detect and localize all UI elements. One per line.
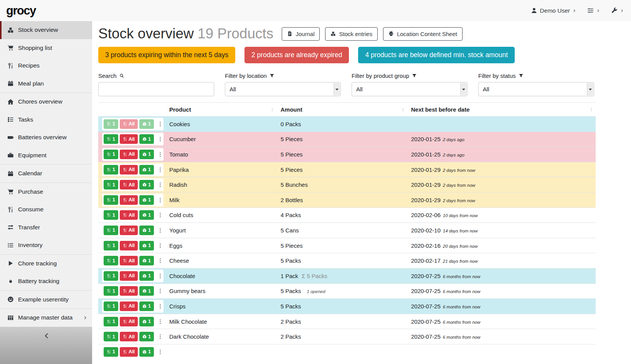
open-one-button[interactable]: 1	[139, 165, 154, 175]
column-next-best-before-date[interactable]: Next best before date	[407, 103, 596, 117]
row-menu-button[interactable]	[156, 182, 164, 188]
status-select[interactable]: All	[478, 82, 594, 96]
sidebar-item-batteries-overview[interactable]: Batteries overview	[0, 128, 92, 147]
sidebar-item-meal-plan[interactable]: Meal plan	[0, 75, 92, 93]
consume-one-button[interactable]: 1	[104, 286, 118, 296]
sidebar-item-recipes[interactable]: Recipes	[0, 57, 92, 75]
row-menu-button[interactable]	[156, 319, 164, 324]
row-menu-button[interactable]	[156, 243, 164, 249]
open-one-button[interactable]: 1	[139, 210, 154, 220]
consume-one-button[interactable]: 1	[104, 210, 118, 220]
column-amount[interactable]: Amount	[277, 103, 407, 117]
row-menu-button[interactable]	[156, 212, 164, 218]
journal-button[interactable]: Journal	[282, 27, 320, 41]
open-one-button[interactable]: 1	[139, 134, 154, 144]
consume-all-button[interactable]: All	[120, 210, 138, 220]
consume-all-button[interactable]: All	[120, 317, 138, 326]
consume-all-button[interactable]: All	[120, 347, 138, 357]
stock-entries-button[interactable]: Stock entries	[325, 27, 378, 41]
consume-one-button[interactable]: 1	[104, 150, 118, 159]
sort-icon[interactable]	[270, 107, 274, 112]
open-one-button[interactable]: 1	[139, 119, 154, 129]
open-one-button[interactable]: 1	[139, 195, 154, 205]
row-menu-button[interactable]	[156, 258, 164, 264]
open-one-button[interactable]: 1	[139, 301, 154, 311]
open-one-button[interactable]: 1	[139, 347, 154, 357]
consume-one-button[interactable]: 1	[104, 301, 118, 311]
consume-all-button[interactable]: All	[120, 119, 138, 129]
status-banner-danger[interactable]: 2 products are already expired	[244, 47, 349, 63]
consume-one-button[interactable]: 1	[104, 226, 118, 235]
open-one-button[interactable]: 1	[139, 150, 154, 159]
consume-one-button[interactable]: 1	[104, 134, 118, 144]
consume-all-button[interactable]: All	[120, 332, 138, 341]
consume-all-button[interactable]: All	[120, 226, 138, 235]
row-menu-button[interactable]	[156, 303, 164, 309]
consume-one-button[interactable]: 1	[104, 165, 118, 175]
sidebar-item-inventory[interactable]: Inventory	[0, 236, 92, 254]
sidebar-item-tasks[interactable]: Tasks	[0, 111, 92, 129]
row-menu-button[interactable]	[156, 227, 164, 233]
row-menu-button[interactable]	[156, 349, 164, 355]
status-banner-info[interactable]: 4 products are below defined min. stock …	[358, 47, 515, 63]
row-menu-button[interactable]	[156, 288, 164, 294]
open-one-button[interactable]: 1	[139, 241, 154, 250]
product-group-select[interactable]: All	[352, 82, 467, 96]
open-one-button[interactable]: 1	[139, 286, 154, 296]
sidebar-item-chores-overview[interactable]: Chores overview	[0, 93, 92, 111]
open-one-button[interactable]: 1	[139, 271, 154, 281]
admin-menu[interactable]	[611, 7, 624, 14]
sidebar-item-manage-master-data[interactable]: Manage master data	[0, 309, 92, 327]
sidebar-item-equipment[interactable]: Equipment	[0, 147, 92, 165]
consume-one-button[interactable]: 1	[104, 317, 118, 326]
consume-one-button[interactable]: 1	[104, 271, 118, 281]
consume-one-button[interactable]: 1	[104, 119, 118, 129]
sidebar-item-stock-overview[interactable]: Stock overview	[0, 21, 92, 39]
open-one-button[interactable]: 1	[139, 256, 154, 265]
consume-all-button[interactable]: All	[120, 134, 138, 144]
consume-one-button[interactable]: 1	[104, 241, 118, 250]
consume-all-button[interactable]: All	[120, 256, 138, 265]
sidebar-collapse-button[interactable]	[43, 332, 50, 339]
consume-all-button[interactable]: All	[120, 286, 138, 296]
location-content-sheet-button[interactable]: Location Content Sheet	[383, 27, 463, 41]
consume-all-button[interactable]: All	[120, 165, 138, 175]
sidebar-item-consume[interactable]: Consume	[0, 201, 92, 219]
sort-icon[interactable]	[589, 107, 593, 112]
sort-icon[interactable]	[401, 107, 405, 112]
row-menu-button[interactable]	[156, 152, 164, 157]
sidebar-item-chore-tracking[interactable]: Chore tracking	[0, 255, 92, 273]
row-menu-button[interactable]	[156, 197, 164, 203]
consume-all-button[interactable]: All	[120, 301, 138, 311]
column-product[interactable]: Product	[165, 103, 277, 117]
sidebar-item-battery-tracking[interactable]: Battery tracking	[0, 272, 92, 290]
row-menu-button[interactable]	[156, 334, 164, 339]
open-one-button[interactable]: 1	[139, 317, 154, 326]
row-menu-button[interactable]	[156, 167, 164, 173]
open-one-button[interactable]: 1	[139, 332, 154, 341]
row-menu-button[interactable]	[156, 273, 164, 279]
consume-all-button[interactable]: All	[120, 241, 138, 250]
consume-all-button[interactable]: All	[120, 180, 138, 189]
sidebar-item-shopping-list[interactable]: Shopping list	[0, 39, 92, 57]
sidebar-item-purchase[interactable]: Purchase	[0, 183, 92, 201]
sidebar-item-transfer[interactable]: Transfer	[0, 219, 92, 237]
open-one-button[interactable]: 1	[139, 180, 154, 189]
consume-one-button[interactable]: 1	[104, 332, 118, 341]
status-banner-warning[interactable]: 3 products expiring within the next 5 da…	[98, 47, 235, 63]
consume-all-button[interactable]: All	[120, 150, 138, 159]
row-menu-button[interactable]	[156, 136, 164, 142]
consume-one-button[interactable]: 1	[104, 180, 118, 189]
consume-all-button[interactable]: All	[120, 271, 138, 281]
sidebar-item-calendar[interactable]: Calendar	[0, 165, 92, 183]
location-select[interactable]: All	[225, 82, 341, 96]
sidebar-item-example-userentity[interactable]: Example userentity	[0, 291, 92, 309]
user-menu[interactable]: Demo User	[531, 7, 576, 14]
search-input[interactable]	[98, 82, 214, 96]
consume-all-button[interactable]: All	[120, 195, 138, 205]
consume-one-button[interactable]: 1	[104, 347, 118, 357]
consume-one-button[interactable]: 1	[104, 256, 118, 265]
app-logo[interactable]: grocy	[6, 4, 36, 18]
settings-menu[interactable]	[587, 7, 600, 14]
consume-one-button[interactable]: 1	[104, 195, 118, 205]
